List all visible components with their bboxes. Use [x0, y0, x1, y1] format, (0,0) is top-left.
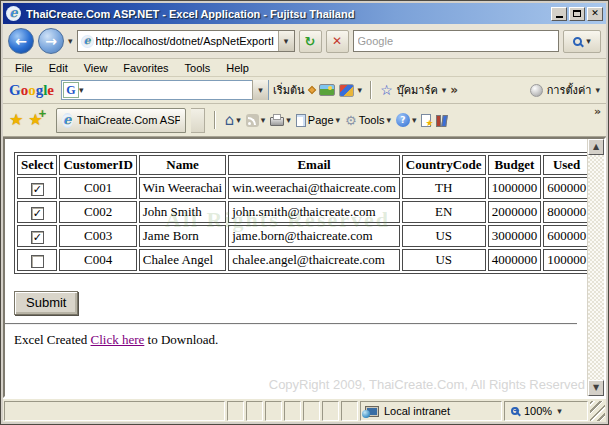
cell-customer_id: C002: [59, 201, 136, 223]
search-button[interactable]: ▾: [563, 30, 601, 53]
google-g-icon: G: [63, 82, 79, 98]
add-page-favorite-icon[interactable]: [421, 114, 431, 127]
search-input[interactable]: [354, 35, 558, 47]
close-button[interactable]: ✕: [587, 7, 603, 21]
chevron-down-icon: ▾: [412, 115, 417, 125]
select-cell: ✓: [17, 201, 57, 223]
command-overflow-chevrons[interactable]: »: [594, 106, 601, 117]
google-search-input[interactable]: G ▾ ▾: [61, 80, 269, 100]
chevron-down-icon: ▾: [336, 115, 341, 125]
back-button[interactable]: ←: [8, 28, 34, 54]
window-title: ThaiCreate.Com ASP.NET - Excel Applicati…: [26, 8, 551, 20]
menu-file[interactable]: File: [7, 62, 41, 74]
menu-help[interactable]: Help: [218, 62, 257, 74]
cell-budget: 4000000: [488, 249, 542, 271]
security-zone-pane: Local intranet: [360, 401, 502, 421]
images-icon[interactable]: [319, 84, 335, 96]
menu-view[interactable]: View: [76, 62, 116, 74]
tools-menu-button[interactable]: ⚙Tools▾: [345, 114, 391, 127]
page-menu-button[interactable]: Page▾: [296, 114, 340, 127]
security-zone-label: Local intranet: [384, 405, 450, 417]
history-dropdown[interactable]: ▾: [68, 36, 73, 46]
scrollbar-track[interactable]: [588, 155, 604, 380]
search-dropdown-icon: ▾: [586, 36, 591, 46]
back-icon: ←: [15, 33, 27, 49]
google-bookmarks-button[interactable]: บุ๊คมาร์ค: [397, 81, 438, 99]
toolbar-overflow-chevrons[interactable]: »: [450, 84, 458, 96]
zoom-control[interactable]: 100% ▾: [504, 401, 588, 421]
chevron-down-icon[interactable]: ▾: [595, 85, 600, 95]
cell-name: Win Weerachai: [139, 177, 226, 199]
cell-name: Chalee Angel: [139, 249, 226, 271]
chevron-down-icon[interactable]: ▾: [79, 85, 84, 95]
settings-sphere-icon[interactable]: [530, 84, 543, 97]
cell-name: John Smith: [139, 201, 226, 223]
cell-used: 600000: [543, 225, 587, 247]
favorites-star-icon[interactable]: ★: [9, 112, 23, 128]
cell-email: chalee.angel@thaicreate.com: [228, 249, 400, 271]
row-checkbox-checked[interactable]: ✓: [31, 231, 44, 244]
select-cell: [17, 249, 57, 271]
select-cell: ✓: [17, 177, 57, 199]
status-pane: [227, 401, 244, 421]
row-checkbox-unchecked[interactable]: [31, 255, 44, 268]
customer-table: Select CustomerID Name Email CountryCode…: [14, 152, 587, 274]
cell-country: US: [402, 249, 486, 271]
status-pane: [246, 401, 263, 421]
cell-used: 100000: [543, 249, 587, 271]
chevron-down-icon: ▾: [386, 115, 391, 125]
window-controls: ✕: [551, 7, 603, 21]
browser-window: e ThaiCreate.Com ASP.NET - Excel Applica…: [0, 0, 609, 425]
cell-name: Jame Born: [139, 225, 226, 247]
url-input[interactable]: [94, 35, 278, 47]
cell-country: TH: [402, 177, 486, 199]
chevron-down-icon[interactable]: ▾: [442, 85, 447, 95]
scroll-down-button[interactable]: ▼: [588, 380, 604, 396]
menu-favorites[interactable]: Favorites: [115, 62, 176, 74]
cell-country: EN: [402, 201, 486, 223]
google-settings-button[interactable]: การตั้งค่า: [547, 81, 592, 99]
submit-button[interactable]: Submit: [14, 291, 78, 315]
status-pane: [322, 401, 339, 421]
add-favorite-icon[interactable]: ★: [28, 112, 42, 128]
row-checkbox-checked[interactable]: ✓: [31, 183, 44, 196]
download-link[interactable]: Click here: [91, 332, 145, 347]
tab-thaicreate[interactable]: e ThaiCreate.Com ASP.NET ...: [56, 108, 186, 133]
print-button[interactable]: ▾: [270, 114, 291, 126]
address-bar[interactable]: e ▾: [77, 30, 295, 52]
home-button[interactable]: ⌂▾: [225, 113, 241, 128]
bookmark-star-icon[interactable]: ☆: [380, 83, 393, 97]
status-pane: [284, 401, 301, 421]
feeds-button[interactable]: ▾: [246, 114, 266, 127]
refresh-icon: ↻: [305, 35, 316, 48]
row-checkbox-checked[interactable]: ✓: [31, 207, 44, 220]
google-search-dropdown[interactable]: ▾: [252, 80, 268, 100]
chevron-down-icon: ▾: [236, 115, 241, 125]
zoom-level: 100%: [524, 405, 552, 417]
address-dropdown-button[interactable]: ▾: [278, 31, 294, 51]
maximize-button[interactable]: [569, 7, 585, 21]
google-start-button[interactable]: เริ่มต้น: [273, 81, 305, 99]
maximize-icon: [573, 10, 581, 17]
vertical-scrollbar[interactable]: ▲ ▼: [587, 139, 604, 396]
resize-grip[interactable]: [590, 401, 605, 421]
stop-button[interactable]: ✕: [326, 30, 349, 53]
tab-favicon: e: [62, 113, 73, 128]
scroll-up-button[interactable]: ▲: [588, 139, 604, 155]
minimize-button[interactable]: [551, 7, 567, 21]
new-tab-stub[interactable]: [191, 108, 205, 133]
menu-edit[interactable]: Edit: [41, 62, 76, 74]
help-button[interactable]: ?▾: [396, 113, 417, 127]
forward-button[interactable]: →: [38, 28, 64, 54]
table-row: C004Chalee Angelchalee.angel@thaicreate.…: [17, 249, 587, 271]
refresh-button[interactable]: ↻: [299, 30, 322, 53]
cell-email: win.weerachai@thaicreate.com: [228, 177, 400, 199]
table-row: ✓C001Win Weerachaiwin.weerachai@thaicrea…: [17, 177, 587, 199]
research-icon[interactable]: [436, 115, 447, 127]
chevron-down-icon[interactable]: ▾: [358, 85, 363, 95]
search-box[interactable]: [353, 30, 559, 52]
menu-tools[interactable]: Tools: [177, 62, 219, 74]
toolbar-extra-icon[interactable]: [339, 84, 354, 97]
cell-used: 600000: [543, 177, 587, 199]
status-bar: Local intranet 100% ▾: [3, 398, 606, 422]
